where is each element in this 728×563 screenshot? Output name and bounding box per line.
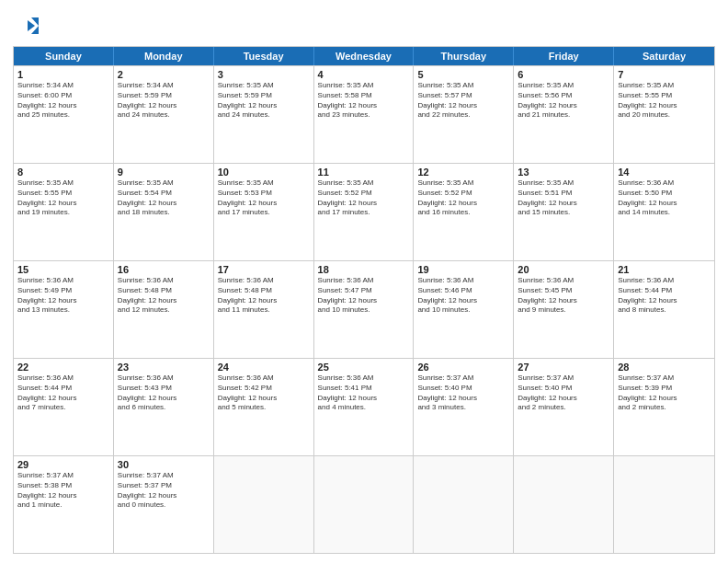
day-details: Sunrise: 5:35 AM Sunset: 5:55 PM Dayligh… [618,81,711,121]
day-details: Sunrise: 5:36 AM Sunset: 5:49 PM Dayligh… [17,276,109,316]
day-cell-9: 9Sunrise: 5:35 AM Sunset: 5:54 PM Daylig… [114,164,214,260]
day-cell-27: 27Sunrise: 5:37 AM Sunset: 5:40 PM Dayli… [514,359,614,455]
day-details: Sunrise: 5:36 AM Sunset: 5:48 PM Dayligh… [218,276,310,316]
day-cell-28: 28Sunrise: 5:37 AM Sunset: 5:39 PM Dayli… [614,359,714,455]
day-cell-16: 16Sunrise: 5:36 AM Sunset: 5:48 PM Dayli… [114,261,214,358]
day-details: Sunrise: 5:36 AM Sunset: 5:46 PM Dayligh… [417,276,509,316]
header-day-thursday: Thursday [414,47,514,65]
empty-cell [614,456,714,553]
day-number: 27 [518,362,609,373]
day-cell-2: 2Sunrise: 5:34 AM Sunset: 5:59 PM Daylig… [114,66,214,163]
day-number: 21 [618,264,711,275]
header-day-tuesday: Tuesday [214,47,314,65]
day-cell-4: 4Sunrise: 5:35 AM Sunset: 5:58 PM Daylig… [314,66,415,163]
day-cell-10: 10Sunrise: 5:35 AM Sunset: 5:53 PM Dayli… [214,164,314,260]
day-number: 2 [118,69,210,80]
day-number: 28 [618,362,711,373]
day-number: 24 [218,362,310,373]
day-number: 19 [417,264,509,275]
day-details: Sunrise: 5:36 AM Sunset: 5:41 PM Dayligh… [318,373,410,413]
day-number: 22 [17,362,109,373]
day-cell-20: 20Sunrise: 5:36 AM Sunset: 5:45 PM Dayli… [514,261,614,358]
day-number: 4 [318,69,410,80]
day-number: 18 [318,264,410,275]
day-details: Sunrise: 5:37 AM Sunset: 5:40 PM Dayligh… [518,373,609,413]
day-details: Sunrise: 5:37 AM Sunset: 5:39 PM Dayligh… [618,373,711,413]
calendar-row-0: 1Sunrise: 5:34 AM Sunset: 6:00 PM Daylig… [14,65,714,163]
day-cell-29: 29Sunrise: 5:37 AM Sunset: 5:38 PM Dayli… [14,456,114,553]
day-cell-11: 11Sunrise: 5:35 AM Sunset: 5:52 PM Dayli… [314,164,415,260]
day-cell-18: 18Sunrise: 5:36 AM Sunset: 5:47 PM Dayli… [314,261,415,358]
day-cell-3: 3Sunrise: 5:35 AM Sunset: 5:59 PM Daylig… [214,66,314,163]
day-cell-17: 17Sunrise: 5:36 AM Sunset: 5:48 PM Dayli… [214,261,314,358]
day-number: 25 [318,362,410,373]
header-day-saturday: Saturday [614,47,714,65]
day-number: 13 [518,167,609,178]
day-details: Sunrise: 5:36 AM Sunset: 5:48 PM Dayligh… [118,276,210,316]
empty-cell [214,456,314,553]
calendar-header: SundayMondayTuesdayWednesdayThursdayFrid… [14,47,714,65]
empty-cell [314,456,415,553]
day-details: Sunrise: 5:36 AM Sunset: 5:44 PM Dayligh… [618,276,711,316]
day-details: Sunrise: 5:36 AM Sunset: 5:50 PM Dayligh… [618,178,711,218]
day-details: Sunrise: 5:36 AM Sunset: 5:42 PM Dayligh… [218,373,310,413]
page: SundayMondayTuesdayWednesdayThursdayFrid… [0,0,728,563]
day-cell-6: 6Sunrise: 5:35 AM Sunset: 5:56 PM Daylig… [514,66,614,163]
day-cell-26: 26Sunrise: 5:37 AM Sunset: 5:40 PM Dayli… [414,359,514,455]
calendar-row-4: 29Sunrise: 5:37 AM Sunset: 5:38 PM Dayli… [14,455,714,553]
day-number: 8 [17,167,109,178]
calendar-row-1: 8Sunrise: 5:35 AM Sunset: 5:55 PM Daylig… [14,163,714,260]
empty-cell [414,456,514,553]
day-details: Sunrise: 5:35 AM Sunset: 5:58 PM Dayligh… [318,81,410,121]
day-cell-12: 12Sunrise: 5:35 AM Sunset: 5:52 PM Dayli… [414,164,514,260]
day-details: Sunrise: 5:37 AM Sunset: 5:40 PM Dayligh… [417,373,509,413]
header [13,9,715,39]
day-details: Sunrise: 5:36 AM Sunset: 5:47 PM Dayligh… [318,276,410,316]
day-number: 1 [17,69,109,80]
day-cell-24: 24Sunrise: 5:36 AM Sunset: 5:42 PM Dayli… [214,359,314,455]
day-cell-22: 22Sunrise: 5:36 AM Sunset: 5:44 PM Dayli… [14,359,114,455]
day-cell-30: 30Sunrise: 5:37 AM Sunset: 5:37 PM Dayli… [114,456,214,553]
day-number: 20 [518,264,609,275]
day-details: Sunrise: 5:35 AM Sunset: 5:53 PM Dayligh… [218,178,310,218]
day-number: 11 [318,167,410,178]
day-number: 3 [218,69,310,80]
calendar-row-3: 22Sunrise: 5:36 AM Sunset: 5:44 PM Dayli… [14,358,714,455]
day-number: 5 [417,69,509,80]
day-details: Sunrise: 5:34 AM Sunset: 5:59 PM Dayligh… [118,81,210,121]
header-day-friday: Friday [514,47,614,65]
day-details: Sunrise: 5:35 AM Sunset: 5:56 PM Dayligh… [518,81,609,121]
day-cell-5: 5Sunrise: 5:35 AM Sunset: 5:57 PM Daylig… [414,66,514,163]
header-day-wednesday: Wednesday [314,47,415,65]
day-details: Sunrise: 5:35 AM Sunset: 5:51 PM Dayligh… [518,178,609,218]
header-day-sunday: Sunday [14,47,114,65]
day-number: 12 [417,167,509,178]
day-number: 29 [17,459,109,470]
calendar-row-2: 15Sunrise: 5:36 AM Sunset: 5:49 PM Dayli… [14,260,714,358]
day-cell-21: 21Sunrise: 5:36 AM Sunset: 5:44 PM Dayli… [614,261,714,358]
day-number: 9 [118,167,210,178]
day-number: 6 [518,69,609,80]
logo-icon [13,13,39,39]
day-details: Sunrise: 5:35 AM Sunset: 5:55 PM Dayligh… [17,178,109,218]
day-details: Sunrise: 5:36 AM Sunset: 5:45 PM Dayligh… [518,276,609,316]
day-number: 14 [618,167,711,178]
day-number: 30 [118,459,210,470]
logo [13,13,42,39]
day-number: 15 [17,264,109,275]
day-cell-1: 1Sunrise: 5:34 AM Sunset: 6:00 PM Daylig… [14,66,114,163]
day-cell-25: 25Sunrise: 5:36 AM Sunset: 5:41 PM Dayli… [314,359,415,455]
day-details: Sunrise: 5:35 AM Sunset: 5:57 PM Dayligh… [417,81,509,121]
day-number: 26 [417,362,509,373]
calendar-body: 1Sunrise: 5:34 AM Sunset: 6:00 PM Daylig… [14,65,714,553]
day-number: 16 [118,264,210,275]
day-number: 7 [618,69,711,80]
empty-cell [514,456,614,553]
day-details: Sunrise: 5:35 AM Sunset: 5:52 PM Dayligh… [417,178,509,218]
day-cell-13: 13Sunrise: 5:35 AM Sunset: 5:51 PM Dayli… [514,164,614,260]
day-number: 23 [118,362,210,373]
day-details: Sunrise: 5:35 AM Sunset: 5:54 PM Dayligh… [118,178,210,218]
day-details: Sunrise: 5:34 AM Sunset: 6:00 PM Dayligh… [17,81,109,121]
day-number: 17 [218,264,310,275]
day-cell-14: 14Sunrise: 5:36 AM Sunset: 5:50 PM Dayli… [614,164,714,260]
